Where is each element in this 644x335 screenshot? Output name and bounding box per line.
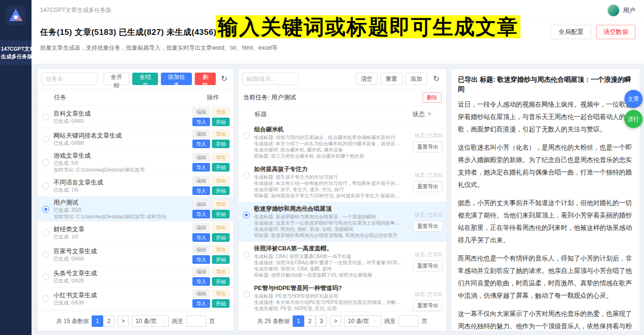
task-radio[interactable] [42,183,49,189]
article-body[interactable]: 近日，一段令人感动的视频在网络上疯传。视频中，一位歌迷穿着婚纱站在屋顶上，与音乐… [451,97,640,331]
reset-export-button[interactable]: 重置导出 [413,181,443,192]
title-radio[interactable] [243,291,250,298]
task-row[interactable]: 小红书文章生成 已生成: 0/639 编辑 导出 导入 开始 [38,288,233,310]
edit-button[interactable]: 编辑 [192,267,210,276]
page-button[interactable]: 2 [304,315,316,327]
task-radio[interactable] [42,295,49,302]
filter-icon[interactable] [427,112,432,117]
title-row[interactable]: 如何提高孩子专注力 生成标题: 提升孩子专注力的方法与技巧 生成描述: 本文将介… [238,162,446,202]
edit-button[interactable]: 编辑 [192,289,210,298]
edit-button[interactable]: 编辑 [192,130,210,138]
page-size-select[interactable]: 10 条/页 [344,315,381,327]
task-search-input[interactable] [42,73,98,85]
start-button[interactable]: 开始 [212,210,230,218]
edit-button[interactable]: 编辑 [192,223,210,232]
title-row[interactable]: 张照洋被CBA第一高度盖帽。 生成标题: CBA | 张照洋遭遇CBA第一高手封… [238,242,446,281]
reset-export-button[interactable]: 重置导出 [413,300,443,311]
import-button[interactable]: 导入 [192,255,210,264]
reset-export-button[interactable]: 重置导出 [413,260,443,271]
delete-task-button[interactable]: 删除 [195,73,215,85]
refresh-icon[interactable]: ↻ [219,73,230,85]
start-button[interactable]: 开始 [212,186,230,195]
page-size-select[interactable]: 10 条/页 [132,315,169,327]
import-button[interactable]: 导入 [192,186,210,195]
running-fab-button[interactable]: 进行 [624,110,643,128]
task-radio[interactable] [42,159,49,166]
task-row[interactable]: 用户测试 已生成: 25/0 实时导出: C:\Users\wq\Desktop… [38,197,233,222]
task-row[interactable]: 百科文章生成 已生成: 0/660 编辑 导出 导入 开始 [38,106,233,128]
export-button[interactable]: 导出 [212,245,230,254]
article-fab-button[interactable]: 文章 [624,90,643,108]
start-button[interactable]: 开始 [212,140,230,148]
sidebar-item-app[interactable]: 147CGPT文章 生成多任务版 [0,40,32,65]
start-button[interactable]: 开始 [212,277,230,286]
edit-button[interactable]: 编辑 [192,200,210,208]
start-button[interactable]: 开始 [212,255,230,264]
start-all-button[interactable]: 全开始 [104,73,129,85]
page-button[interactable]: 3 [316,315,327,327]
task-row[interactable]: 财经类文章 已生成: 1/0 编辑 导出 导入 开始 [38,222,233,244]
add-title-button[interactable]: 添加 [405,73,427,85]
jump-page-input[interactable] [186,315,206,327]
edit-button[interactable]: 编辑 [192,153,210,162]
export-button[interactable]: 导出 [212,153,230,162]
title-radio[interactable] [243,132,250,139]
export-button[interactable]: 导出 [212,108,230,116]
export-button[interactable]: 导出 [212,176,230,185]
next-page-button[interactable]: > [117,315,129,327]
edit-button[interactable]: 编辑 [192,176,210,185]
user-menu[interactable]: 用户 [607,4,635,17]
title-radio[interactable] [243,172,250,179]
title-search-input[interactable] [242,73,298,85]
reset-export-button[interactable]: 重置导出 [413,141,443,152]
delete-title-button[interactable]: 删除 [422,92,442,103]
page-button[interactable]: 2 [103,315,115,327]
task-radio[interactable] [42,273,49,280]
title-row[interactable]: 组合碾米机 生成标题: 传统与现代的完美融合，组合碾米机带你领略碾米新时代 生成… [238,123,446,162]
task-radio[interactable] [42,229,49,236]
export-button[interactable]: 导出 [212,130,230,138]
start-button[interactable]: 开始 [212,299,230,308]
next-page-button[interactable]: > [330,315,341,327]
clear-data-button[interactable]: 清空数据 [596,25,635,39]
export-button[interactable]: 导出 [212,289,230,298]
import-button[interactable]: 导入 [192,233,210,242]
title-row[interactable]: 歌迷穿婚纱和周杰伦合唱屋顶 生成标题: 歌迷穿婚纱与周杰伦合唱屋顶：一个浪漫的瞬… [238,202,446,242]
page-button[interactable]: 1 [293,315,304,327]
task-radio[interactable] [42,206,49,213]
jump-page-input[interactable] [399,315,419,327]
export-button[interactable]: 导出 [212,267,230,276]
import-button[interactable]: 导入 [192,277,210,286]
stop-all-button[interactable]: 全结束 [132,73,158,85]
import-button[interactable]: 导入 [192,140,210,148]
start-button[interactable]: 开始 [212,163,230,172]
task-radio[interactable] [42,136,49,142]
task-row[interactable]: 头条号文章生成 已生成: 0/628 编辑 导出 导入 开始 [38,266,233,288]
edit-button[interactable]: 编辑 [192,245,210,254]
task-row[interactable]: 百家号文章生成 已生成: 0/660 编辑 导出 导入 开始 [38,244,233,266]
import-button[interactable]: 导入 [192,163,210,172]
export-button[interactable]: 导出 [212,223,230,232]
import-button[interactable]: 导入 [192,210,210,218]
refresh-icon[interactable]: ↻ [430,73,443,85]
edit-button[interactable]: 编辑 [192,108,210,116]
task-row[interactable]: 游戏文章生成 已生成: 5/0 实时导出: C:\Users\wq\Deskto… [38,150,233,175]
add-task-button[interactable]: 添加任务 [161,73,192,85]
title-row[interactable]: PE管与HDPE管是同一种管道吗? 生成标题: PE管与HDPE管的区别及应用 … [238,281,446,311]
title-radio[interactable] [243,212,250,218]
task-radio[interactable] [42,251,49,258]
task-row[interactable]: 不同语言文章生成 已生成: 7/0 编辑 导出 导入 开始 [38,175,233,197]
task-radio[interactable] [42,114,49,120]
reset-export-button[interactable]: 重置导出 [413,221,443,232]
start-button[interactable]: 开始 [212,233,230,242]
reset-titles-button[interactable]: 重置 [380,73,402,85]
import-button[interactable]: 导入 [192,118,210,126]
task-row[interactable]: 网站关键词排名文章生成 已生成: 0/688 编辑 导出 导入 开始 [38,128,233,150]
start-button[interactable]: 开始 [212,118,230,126]
export-button[interactable]: 导出 [212,200,230,208]
user-avatar[interactable] [607,4,620,17]
clear-titles-button[interactable]: 清空 [356,73,378,85]
import-button[interactable]: 导入 [192,299,210,308]
global-config-button[interactable]: 全局配置 [550,25,591,39]
title-radio[interactable] [243,251,250,258]
